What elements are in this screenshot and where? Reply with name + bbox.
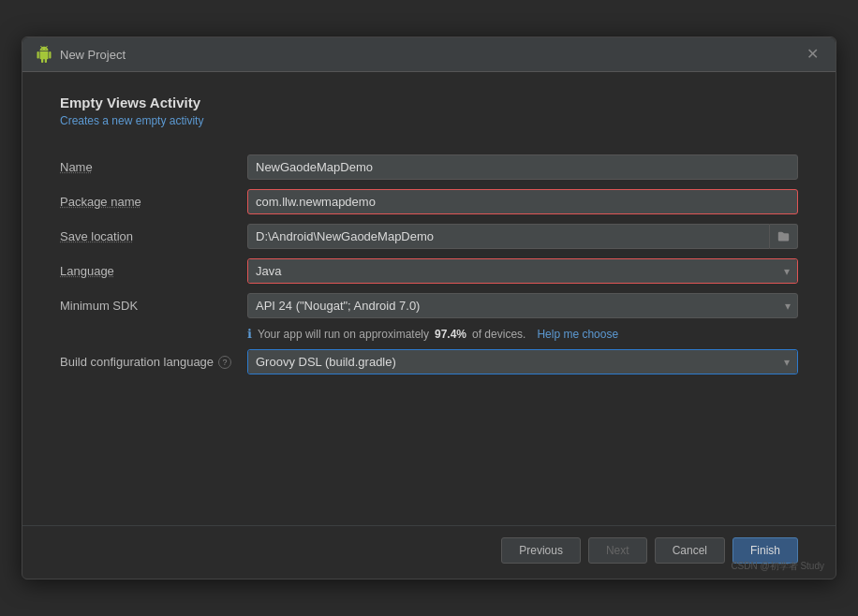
browse-button[interactable] — [770, 224, 798, 249]
build-config-label: Build configuration language — [60, 355, 214, 369]
section-title: Empty Views Activity — [60, 95, 798, 110]
package-input[interactable] — [247, 189, 798, 214]
language-label: Language — [60, 255, 247, 287]
min-sdk-select-wrap: API 24 ("Nougat"; Android 7.0) — [247, 293, 798, 318]
build-config-select-wrap: Groovy DSL (build.gradle) Kotlin DSL (bu… — [247, 349, 798, 374]
build-config-field-wrap: Groovy DSL (build.gradle) Kotlin DSL (bu… — [247, 345, 798, 379]
sdk-percent: 97.4% — [435, 328, 466, 341]
sdk-info-cell: ℹ Your app will run on approximately 97.… — [247, 323, 798, 345]
dialog-title: New Project — [60, 48, 126, 62]
build-config-help-icon[interactable]: ? — [218, 356, 231, 369]
dialog-body: Empty Views Activity Creates a new empty… — [22, 72, 836, 525]
package-label: Package name — [60, 185, 247, 218]
save-location-input-group — [247, 224, 798, 249]
form-grid: Name Package name Save location — [60, 150, 798, 379]
next-button: Next — [588, 537, 647, 564]
previous-button[interactable]: Previous — [501, 537, 581, 564]
folder-icon — [777, 230, 790, 242]
save-location-field-wrap — [247, 219, 798, 254]
title-bar-left: New Project — [36, 46, 126, 63]
name-input[interactable] — [247, 154, 798, 180]
name-label: Name — [60, 151, 247, 183]
help-me-choose-link[interactable]: Help me choose — [537, 328, 618, 341]
name-field-wrap — [247, 150, 798, 184]
close-button[interactable]: ✕ — [803, 45, 822, 64]
build-config-select[interactable]: Groovy DSL (build.gradle) Kotlin DSL (bu… — [248, 350, 797, 374]
section-subtitle: Creates a new empty activity — [60, 114, 798, 127]
min-sdk-field-wrap: API 24 ("Nougat"; Android 7.0) — [247, 288, 798, 323]
save-location-label: Save location — [60, 220, 247, 253]
android-icon — [36, 46, 52, 63]
build-config-label-wrap: Build configuration language ? — [60, 345, 247, 378]
package-field-wrap — [247, 184, 798, 219]
watermark: CSDN @初学者 Study — [731, 560, 824, 573]
min-sdk-label: Minimum SDK — [60, 289, 247, 322]
dialog-footer: Previous Next Cancel Finish — [22, 525, 836, 579]
info-icon: ℹ — [247, 327, 252, 341]
cancel-button[interactable]: Cancel — [655, 537, 725, 564]
language-field-wrap: Java Kotlin — [247, 254, 798, 288]
min-sdk-select[interactable]: API 24 ("Nougat"; Android 7.0) — [247, 293, 798, 318]
language-select[interactable]: Java Kotlin — [248, 259, 797, 283]
save-location-input[interactable] — [247, 224, 770, 249]
language-select-wrap: Java Kotlin — [247, 258, 798, 284]
sdk-suffix: of devices. — [472, 328, 525, 341]
title-bar: New Project ✕ — [22, 37, 836, 72]
sdk-info-text: Your app will run on approximately — [258, 328, 429, 341]
new-project-dialog: New Project ✕ Empty Views Activity Creat… — [22, 37, 836, 579]
